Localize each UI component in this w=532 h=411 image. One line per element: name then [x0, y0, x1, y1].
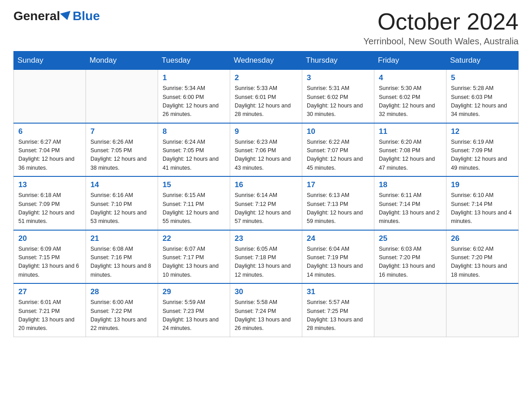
calendar-day-cell: 13Sunrise: 6:18 AM Sunset: 7:09 PM Dayli… [14, 176, 86, 230]
day-info: Sunrise: 6:19 AM Sunset: 7:09 PM Dayligh… [451, 138, 514, 173]
day-of-week-header: Thursday [302, 51, 374, 70]
calendar-day-cell: 1Sunrise: 5:34 AM Sunset: 6:00 PM Daylig… [158, 70, 230, 123]
day-number: 12 [451, 127, 514, 136]
day-info: Sunrise: 6:09 AM Sunset: 7:15 PM Dayligh… [18, 245, 81, 280]
calendar-day-cell: 5Sunrise: 5:28 AM Sunset: 6:03 PM Daylig… [446, 70, 519, 123]
calendar-day-cell: 30Sunrise: 5:58 AM Sunset: 7:24 PM Dayli… [230, 283, 302, 337]
day-number: 10 [307, 127, 369, 136]
day-number: 9 [235, 127, 297, 136]
day-info: Sunrise: 5:34 AM Sunset: 6:00 PM Dayligh… [163, 84, 225, 119]
day-number: 22 [163, 234, 225, 243]
day-number: 18 [379, 180, 442, 189]
calendar-day-cell: 24Sunrise: 6:04 AM Sunset: 7:19 PM Dayli… [302, 230, 374, 284]
day-info: Sunrise: 6:24 AM Sunset: 7:05 PM Dayligh… [163, 138, 225, 173]
day-info: Sunrise: 6:11 AM Sunset: 7:14 PM Dayligh… [379, 191, 442, 226]
day-of-week-header: Sunday [14, 51, 86, 70]
logo-blue: Blue [73, 9, 100, 23]
day-info: Sunrise: 6:07 AM Sunset: 7:17 PM Dayligh… [163, 245, 225, 280]
day-number: 29 [163, 287, 225, 296]
calendar-day-cell: 20Sunrise: 6:09 AM Sunset: 7:15 PM Dayli… [14, 230, 86, 284]
day-number: 5 [451, 73, 514, 82]
day-number: 23 [235, 234, 297, 243]
day-number: 17 [307, 180, 369, 189]
calendar-day-cell: 28Sunrise: 6:00 AM Sunset: 7:22 PM Dayli… [86, 283, 158, 337]
calendar-day-cell: 3Sunrise: 5:31 AM Sunset: 6:02 PM Daylig… [302, 70, 374, 123]
day-number: 20 [18, 234, 81, 243]
location-subtitle: Yerrinbool, New South Wales, Australia [364, 36, 519, 47]
calendar-day-cell: 10Sunrise: 6:22 AM Sunset: 7:07 PM Dayli… [302, 123, 374, 177]
day-number: 26 [451, 234, 514, 243]
day-of-week-header: Saturday [446, 51, 519, 70]
day-number: 2 [235, 73, 297, 82]
day-number: 15 [163, 180, 225, 189]
calendar-day-cell: 8Sunrise: 6:24 AM Sunset: 7:05 PM Daylig… [158, 123, 230, 177]
logo-text: General Blue [13, 9, 100, 23]
calendar-week-row: 6Sunrise: 6:27 AM Sunset: 7:04 PM Daylig… [14, 123, 519, 177]
calendar-day-cell: 22Sunrise: 6:07 AM Sunset: 7:17 PM Dayli… [158, 230, 230, 284]
logo: General Blue [13, 9, 100, 23]
day-number: 30 [235, 287, 297, 296]
day-info: Sunrise: 6:27 AM Sunset: 7:04 PM Dayligh… [18, 138, 81, 173]
calendar-day-cell: 15Sunrise: 6:15 AM Sunset: 7:11 PM Dayli… [158, 176, 230, 230]
day-info: Sunrise: 6:20 AM Sunset: 7:08 PM Dayligh… [379, 138, 442, 173]
day-info: Sunrise: 5:33 AM Sunset: 6:01 PM Dayligh… [235, 84, 297, 119]
day-info: Sunrise: 6:03 AM Sunset: 7:20 PM Dayligh… [379, 245, 442, 280]
day-number: 16 [235, 180, 297, 189]
day-number: 14 [90, 180, 153, 189]
calendar-day-cell: 27Sunrise: 6:01 AM Sunset: 7:21 PM Dayli… [14, 283, 86, 337]
day-info: Sunrise: 6:00 AM Sunset: 7:22 PM Dayligh… [90, 298, 153, 333]
calendar-day-cell: 11Sunrise: 6:20 AM Sunset: 7:08 PM Dayli… [374, 123, 446, 177]
day-number: 6 [18, 127, 81, 136]
calendar-day-cell: 29Sunrise: 5:59 AM Sunset: 7:23 PM Dayli… [158, 283, 230, 337]
calendar-day-cell: 25Sunrise: 6:03 AM Sunset: 7:20 PM Dayli… [374, 230, 446, 284]
calendar-day-cell: 17Sunrise: 6:13 AM Sunset: 7:13 PM Dayli… [302, 176, 374, 230]
day-info: Sunrise: 6:22 AM Sunset: 7:07 PM Dayligh… [307, 138, 369, 173]
calendar-day-cell: 9Sunrise: 6:23 AM Sunset: 7:06 PM Daylig… [230, 123, 302, 177]
day-info: Sunrise: 6:16 AM Sunset: 7:10 PM Dayligh… [90, 191, 153, 226]
day-info: Sunrise: 6:26 AM Sunset: 7:05 PM Dayligh… [90, 138, 153, 173]
day-info: Sunrise: 6:04 AM Sunset: 7:19 PM Dayligh… [307, 245, 369, 280]
day-number: 3 [307, 73, 369, 82]
calendar-day-cell: 7Sunrise: 6:26 AM Sunset: 7:05 PM Daylig… [86, 123, 158, 177]
day-of-week-header: Tuesday [158, 51, 230, 70]
day-info: Sunrise: 5:31 AM Sunset: 6:02 PM Dayligh… [307, 84, 369, 119]
day-number: 11 [379, 127, 442, 136]
day-info: Sunrise: 5:57 AM Sunset: 7:25 PM Dayligh… [307, 298, 369, 333]
calendar-day-cell: 14Sunrise: 6:16 AM Sunset: 7:10 PM Dayli… [86, 176, 158, 230]
day-number: 24 [307, 234, 369, 243]
calendar-day-cell: 12Sunrise: 6:19 AM Sunset: 7:09 PM Dayli… [446, 123, 519, 177]
day-info: Sunrise: 6:02 AM Sunset: 7:20 PM Dayligh… [451, 245, 514, 280]
day-number: 27 [18, 287, 81, 296]
day-number: 4 [379, 73, 442, 82]
day-info: Sunrise: 6:13 AM Sunset: 7:13 PM Dayligh… [307, 191, 369, 226]
month-title: October 2024 [364, 9, 519, 34]
day-number: 25 [379, 234, 442, 243]
calendar-week-row: 1Sunrise: 5:34 AM Sunset: 6:00 PM Daylig… [14, 70, 519, 123]
day-info: Sunrise: 6:18 AM Sunset: 7:09 PM Dayligh… [18, 191, 81, 226]
calendar-day-cell [86, 70, 158, 123]
calendar-day-cell: 26Sunrise: 6:02 AM Sunset: 7:20 PM Dayli… [446, 230, 519, 284]
day-info: Sunrise: 6:05 AM Sunset: 7:18 PM Dayligh… [235, 245, 297, 280]
calendar-day-cell [374, 283, 446, 337]
day-of-week-header: Wednesday [230, 51, 302, 70]
calendar-day-cell [446, 283, 519, 337]
calendar-day-cell: 16Sunrise: 6:14 AM Sunset: 7:12 PM Dayli… [230, 176, 302, 230]
calendar-day-cell: 4Sunrise: 5:30 AM Sunset: 6:02 PM Daylig… [374, 70, 446, 123]
calendar-week-row: 13Sunrise: 6:18 AM Sunset: 7:09 PM Dayli… [14, 176, 519, 230]
day-info: Sunrise: 5:59 AM Sunset: 7:23 PM Dayligh… [163, 298, 225, 333]
day-number: 28 [90, 287, 153, 296]
day-number: 13 [18, 180, 81, 189]
day-info: Sunrise: 6:23 AM Sunset: 7:06 PM Dayligh… [235, 138, 297, 173]
calendar-day-cell [14, 70, 86, 123]
calendar-day-cell: 2Sunrise: 5:33 AM Sunset: 6:01 PM Daylig… [230, 70, 302, 123]
day-of-week-header: Monday [86, 51, 158, 70]
day-number: 8 [163, 127, 225, 136]
day-info: Sunrise: 5:30 AM Sunset: 6:02 PM Dayligh… [379, 84, 442, 119]
calendar-header-row: SundayMondayTuesdayWednesdayThursdayFrid… [14, 51, 519, 70]
day-number: 31 [307, 287, 369, 296]
calendar-day-cell: 23Sunrise: 6:05 AM Sunset: 7:18 PM Dayli… [230, 230, 302, 284]
day-info: Sunrise: 5:58 AM Sunset: 7:24 PM Dayligh… [235, 298, 297, 333]
day-info: Sunrise: 6:01 AM Sunset: 7:21 PM Dayligh… [18, 298, 81, 333]
calendar-week-row: 20Sunrise: 6:09 AM Sunset: 7:15 PM Dayli… [14, 230, 519, 284]
calendar-day-cell: 21Sunrise: 6:08 AM Sunset: 7:16 PM Dayli… [86, 230, 158, 284]
